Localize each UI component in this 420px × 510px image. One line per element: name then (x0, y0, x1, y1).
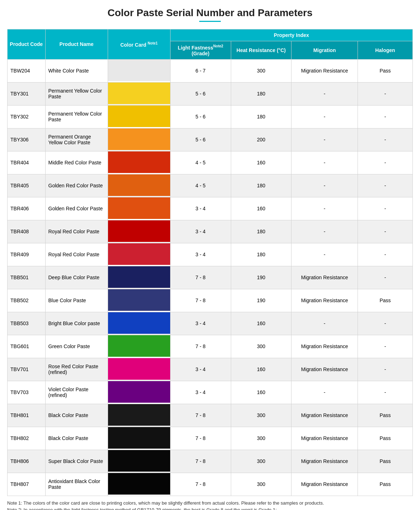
cell-halogen: Pass (358, 289, 412, 312)
cell-halogen: - (358, 128, 412, 151)
cell-code: TBY302 (8, 105, 46, 128)
cell-migration: - (291, 128, 358, 151)
cell-color-card (108, 358, 170, 381)
cell-code: TBH806 (8, 450, 46, 473)
header-product-code: Product Code (8, 29, 46, 60)
cell-halogen: - (358, 335, 412, 358)
cell-light-fastness: 5 - 6 (170, 105, 231, 128)
cell-code: TBB501 (8, 266, 46, 289)
color-swatch (108, 358, 170, 380)
cell-name: Blue Color Paste (45, 289, 108, 312)
cell-name: Green Color Paste (45, 335, 108, 358)
cell-migration: - (291, 174, 358, 197)
cell-code: TBR409 (8, 243, 46, 266)
cell-migration: - (291, 197, 358, 220)
cell-color-card (108, 266, 170, 289)
cell-light-fastness: 7 - 8 (170, 404, 231, 427)
table-row: TBH801Black Color Paste7 - 8300Migration… (8, 404, 413, 427)
table-row: TBR409Royal Red Color Paste3 - 4180-- (8, 243, 413, 266)
cell-halogen: - (358, 197, 412, 220)
cell-migration: Migration Resistance (291, 358, 358, 381)
cell-heat-resistance: 300 (231, 404, 291, 427)
cell-heat-resistance: 160 (231, 381, 291, 404)
table-row: TBV703Violet Color Paste (refined)3 - 41… (8, 381, 413, 404)
main-table: Product Code Product Name Color Card Not… (7, 29, 413, 496)
cell-code: TBW204 (8, 59, 46, 82)
cell-heat-resistance: 180 (231, 243, 291, 266)
color-swatch (108, 151, 170, 173)
cell-code: TBH802 (8, 427, 46, 450)
cell-heat-resistance: 180 (231, 174, 291, 197)
cell-heat-resistance: 300 (231, 335, 291, 358)
color-swatch (108, 312, 170, 334)
cell-name: Royal Red Color Paste (45, 243, 108, 266)
cell-migration: Migration Resistance (291, 450, 358, 473)
table-row: TBW204White Color Paste6 - 7300Migration… (8, 59, 413, 82)
cell-color-card (108, 128, 170, 151)
note-1: Note 1: The colors of the color card are… (7, 500, 413, 506)
cell-code: TBV703 (8, 381, 46, 404)
cell-name: Golden Red Color Paste (45, 174, 108, 197)
cell-light-fastness: 7 - 8 (170, 450, 231, 473)
cell-migration: Migration Resistance (291, 473, 358, 496)
cell-migration: Migration Resistance (291, 404, 358, 427)
cell-color-card (108, 381, 170, 404)
table-row: TBB502Blue Color Paste7 - 8190Migration … (8, 289, 413, 312)
cell-color-card (108, 243, 170, 266)
color-swatch (108, 289, 170, 311)
cell-heat-resistance: 200 (231, 128, 291, 151)
cell-halogen: - (358, 174, 412, 197)
cell-light-fastness: 6 - 7 (170, 59, 231, 82)
cell-name: Super Black Color Paste (45, 450, 108, 473)
table-row: TBY302Permanent Yellow Color Paste5 - 61… (8, 105, 413, 128)
header-product-name: Product Name (45, 29, 108, 60)
cell-color-card (108, 312, 170, 335)
cell-name: Rose Red Color Paste (refined) (45, 358, 108, 381)
cell-code: TBY301 (8, 82, 46, 105)
cell-code: TBG601 (8, 335, 46, 358)
cell-color-card (108, 82, 170, 105)
table-row: TBV701Rose Red Color Paste (refined)3 - … (8, 358, 413, 381)
note-2: Note 2: In accordance with the light fas… (7, 507, 413, 510)
cell-code: TBY306 (8, 128, 46, 151)
cell-heat-resistance: 300 (231, 450, 291, 473)
cell-migration: - (291, 381, 358, 404)
color-swatch (108, 106, 170, 127)
cell-halogen: Pass (358, 59, 412, 82)
cell-color-card (108, 105, 170, 128)
cell-migration: Migration Resistance (291, 59, 358, 82)
table-row: TBR408Royal Red Color Paste3 - 4180-- (8, 220, 413, 243)
color-swatch (108, 404, 170, 426)
header-migration: Migration (291, 41, 358, 60)
color-swatch (108, 197, 170, 219)
table-row: TBB503Bright Blue Color paste3 - 4160-- (8, 312, 413, 335)
color-swatch (108, 243, 170, 265)
cell-heat-resistance: 300 (231, 59, 291, 82)
table-row: TBH807Antioxidant Black Color Paste7 - 8… (8, 473, 413, 496)
cell-name: Permanent Orange Yellow Color Paste (45, 128, 108, 151)
cell-migration: - (291, 105, 358, 128)
color-swatch (108, 128, 170, 150)
table-row: TBG601Green Color Paste7 - 8300Migration… (8, 335, 413, 358)
cell-name: Black Color Paste (45, 427, 108, 450)
table-row: TBB501Deep Blue Color Paste7 - 8190Migra… (8, 266, 413, 289)
table-row: TBR405Golden Red Color Paste4 - 5180-- (8, 174, 413, 197)
cell-code: TBR404 (8, 151, 46, 174)
cell-heat-resistance: 180 (231, 82, 291, 105)
cell-color-card (108, 59, 170, 82)
header-light-fastness: Light FastnessNote2 (Grade) (170, 41, 231, 60)
color-swatch (108, 381, 170, 403)
header-heat-resistance: Heat Resistance (°C) (231, 41, 291, 60)
cell-light-fastness: 3 - 4 (170, 358, 231, 381)
cell-code: TBH807 (8, 473, 46, 496)
cell-halogen: - (358, 266, 412, 289)
color-swatch (108, 220, 170, 242)
cell-migration: - (291, 243, 358, 266)
cell-migration: Migration Resistance (291, 335, 358, 358)
cell-color-card (108, 289, 170, 312)
cell-light-fastness: 4 - 5 (170, 151, 231, 174)
color-swatch (108, 335, 170, 357)
cell-code: TBR405 (8, 174, 46, 197)
page-title: Color Paste Serial Number and Parameters (7, 7, 413, 19)
table-row: TBH806Super Black Color Paste7 - 8300Mig… (8, 450, 413, 473)
